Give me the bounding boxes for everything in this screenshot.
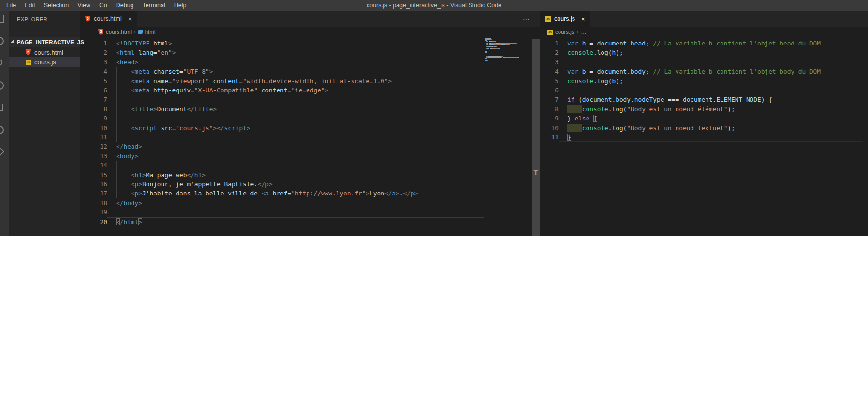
code-line[interactable]: 1<!DOCTYPE html>: [80, 39, 536, 48]
js-file-icon: JS: [26, 60, 31, 65]
line-number: 5: [80, 76, 107, 86]
menu-file[interactable]: File: [2, 0, 20, 11]
menu-help[interactable]: Help: [170, 0, 191, 11]
line-number: 20: [80, 217, 107, 226]
code-line[interactable]: 18</body>: [80, 198, 536, 208]
breadcrumb-file[interactable]: cours.html: [106, 29, 132, 35]
code-line[interactable]: 8 <title>Document</title>: [80, 104, 536, 114]
tab-close-icon[interactable]: ×: [581, 15, 585, 23]
line-number: 16: [80, 179, 107, 189]
code-line[interactable]: 14: [80, 161, 536, 170]
line-number: 18: [80, 198, 107, 208]
breadcrumb-left: 5 cours.html › html: [80, 27, 536, 37]
breadcrumb-file[interactable]: cours.js: [555, 29, 574, 35]
code-line[interactable]: 3<head>: [80, 58, 536, 67]
code-line[interactable]: 17 <p>J'habite dans la belle ville de <a…: [80, 189, 536, 198]
line-number: 2: [80, 48, 107, 57]
js-file-icon: JS: [545, 16, 551, 22]
sidebar-folder-page-interactive-js[interactable]: PAGE_INTERACTIVE_JS: [9, 37, 80, 47]
tab-label: cours.js: [554, 15, 575, 22]
code-line[interactable]: 15 <h1>Ma page web</h1>: [80, 170, 536, 179]
code-line[interactable]: 19: [80, 208, 536, 217]
js-file-icon: JS: [547, 30, 553, 35]
line-number: 6: [80, 86, 107, 95]
line-number: 3: [80, 58, 107, 67]
code-editor-cours-js[interactable]: 1var h = document.head; // La variable h…: [536, 37, 868, 236]
editor-sash[interactable]: T: [532, 39, 540, 236]
code-line[interactable]: 10 console.log("Body est un noeud textue…: [536, 123, 868, 133]
line-number: 10: [80, 123, 107, 133]
tab-cours-html[interactable]: 5 cours.html ×: [80, 11, 137, 27]
breadcrumb-right: JS cours.js › …: [536, 27, 868, 37]
line-number: 15: [80, 170, 107, 179]
code-line[interactable]: 2<html lang="en">: [80, 48, 536, 57]
tab-close-icon[interactable]: ×: [128, 15, 132, 23]
file-label: cours.js: [34, 59, 56, 66]
file-label: cours.html: [34, 49, 63, 56]
code-editor-cours-html[interactable]: 1<!DOCTYPE html>2<html lang="en">3<head>…: [80, 37, 536, 236]
extensions-icon[interactable]: [0, 104, 3, 111]
code-line[interactable]: 6: [536, 86, 868, 95]
settings-icon[interactable]: [0, 147, 4, 157]
code-line[interactable]: 10 <script src="cours.js"></script>: [80, 123, 536, 133]
code-line[interactable]: 3: [536, 58, 868, 67]
line-number: 4: [80, 67, 107, 76]
code-line[interactable]: 4var b = document.body; // La variable b…: [536, 67, 868, 76]
line-number: 11: [80, 133, 107, 142]
breadcrumb-separator-icon: ›: [577, 29, 579, 35]
code-line[interactable]: 2console.log(h);: [536, 48, 868, 57]
sash-handle-label: T: [532, 168, 540, 177]
html-symbol-icon: [138, 30, 143, 34]
explorer-icon[interactable]: [0, 15, 4, 23]
explorer-sidebar: EXPLORER PAGE_INTERACTIVE_JS 5cours.html…: [9, 11, 80, 236]
code-line[interactable]: 7: [80, 95, 536, 104]
code-line[interactable]: 11: [80, 133, 536, 142]
tab-cours-js[interactable]: JS cours.js ×: [540, 11, 590, 27]
editor-group-right: JS cours.js × JS cours.js › … 1var h = d…: [536, 11, 868, 236]
source-control-icon[interactable]: [0, 59, 2, 66]
line-number: 17: [80, 189, 107, 198]
code-line[interactable]: 9: [80, 114, 536, 123]
menu-selection[interactable]: Selection: [40, 0, 73, 11]
code-line[interactable]: 7if (document.body.nodeType === document…: [536, 95, 868, 104]
menu-view[interactable]: View: [73, 0, 95, 11]
text-cursor: [572, 134, 573, 141]
editor-group-left: 5 cours.html × ⋯ 5 cours.html › html 1<!…: [80, 11, 536, 236]
folder-expanded-twisty-icon: [11, 40, 15, 45]
breadcrumb-separator-icon: ›: [134, 29, 136, 35]
editor-actions-more-icon[interactable]: ⋯: [523, 11, 530, 27]
code-line[interactable]: 1var h = document.head; // La variable h…: [536, 39, 868, 48]
breadcrumb-symbol[interactable]: …: [581, 29, 587, 35]
code-line[interactable]: 4 <meta charset="UTF-8">: [80, 67, 536, 76]
code-line[interactable]: 20</html>: [80, 217, 536, 226]
explorer-header: EXPLORER: [17, 16, 47, 22]
tabbar-right: JS cours.js ×: [536, 11, 868, 27]
line-number: 13: [80, 151, 107, 161]
menu-terminal[interactable]: Terminal: [138, 0, 170, 11]
code-line[interactable]: 12</head>: [80, 142, 536, 151]
menu-go[interactable]: Go: [95, 0, 112, 11]
line-number: 12: [80, 142, 107, 151]
code-line[interactable]: 16 <p>Bonjour, je m'appelle Baptiste.</p…: [80, 179, 536, 189]
code-line[interactable]: 13<body>: [80, 151, 536, 161]
code-line[interactable]: 5 <meta name="viewport" content="width=d…: [80, 76, 536, 86]
code-line[interactable]: 8 console.log("Body est un noeud élément…: [536, 104, 868, 114]
sidebar-file-cours-js[interactable]: JScours.js: [9, 57, 80, 67]
code-line[interactable]: 5console.log(b);: [536, 76, 868, 86]
tabbar-left: 5 cours.html × ⋯: [80, 11, 536, 27]
code-line[interactable]: 6 <meta http-equiv="X-UA-Compatible" con…: [80, 86, 536, 95]
breadcrumb-symbol[interactable]: html: [145, 29, 156, 35]
sidebar-file-cours-html[interactable]: 5cours.html: [9, 47, 80, 57]
menubar: FileEditSelectionViewGoDebugTerminalHelp: [2, 0, 191, 11]
menu-debug[interactable]: Debug: [112, 0, 138, 11]
menu-edit[interactable]: Edit: [20, 0, 40, 11]
account-icon[interactable]: [0, 126, 4, 134]
folder-name: PAGE_INTERACTIVE_JS: [17, 39, 84, 45]
search-icon[interactable]: [0, 37, 4, 45]
vscode-window: FileEditSelectionViewGoDebugTerminalHelp…: [0, 0, 868, 236]
html-file-icon: 5: [98, 29, 103, 35]
empty-desktop-area: [0, 236, 868, 418]
code-line[interactable]: 11}: [536, 133, 868, 142]
debug-icon[interactable]: [0, 81, 4, 90]
code-line[interactable]: 9} else {: [536, 114, 868, 123]
